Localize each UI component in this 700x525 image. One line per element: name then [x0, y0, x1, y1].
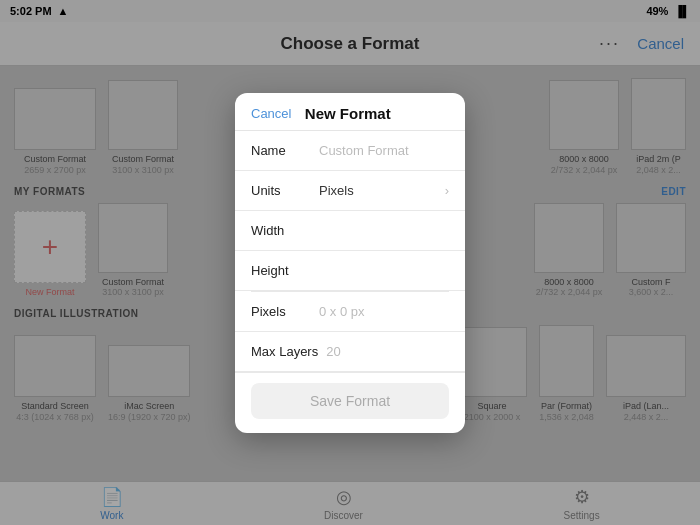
- modal-row-units[interactable]: Units Pixels ›: [235, 171, 465, 211]
- new-format-modal: Cancel New Format Name Custom Format Uni…: [235, 93, 465, 433]
- height-field-label: Height: [251, 263, 311, 278]
- max-layers-field-label: Max Layers: [251, 344, 318, 359]
- modal-row-height: Height: [235, 251, 465, 291]
- modal-divider-bottom: [235, 372, 465, 373]
- pixels-field-label: Pixels: [251, 304, 311, 319]
- modal-cancel-button[interactable]: Cancel: [251, 106, 291, 121]
- modal-row-pixels: Pixels 0 x 0 px: [235, 292, 465, 332]
- units-field-value: Pixels: [319, 183, 445, 198]
- width-field-label: Width: [251, 223, 311, 238]
- max-layers-field-value[interactable]: 20: [326, 344, 449, 359]
- units-field-label: Units: [251, 183, 311, 198]
- pixels-field-value: 0 x 0 px: [319, 304, 449, 319]
- modal-title: New Format: [305, 105, 391, 122]
- name-field-label: Name: [251, 143, 311, 158]
- save-format-button[interactable]: Save Format: [251, 383, 449, 419]
- modal-row-max-layers: Max Layers 20: [235, 332, 465, 372]
- modal-row-name: Name Custom Format: [235, 131, 465, 171]
- modal-row-width: Width: [235, 211, 465, 251]
- name-field-value[interactable]: Custom Format: [319, 143, 449, 158]
- chevron-right-icon: ›: [445, 183, 449, 198]
- modal-header: Cancel New Format: [235, 93, 465, 131]
